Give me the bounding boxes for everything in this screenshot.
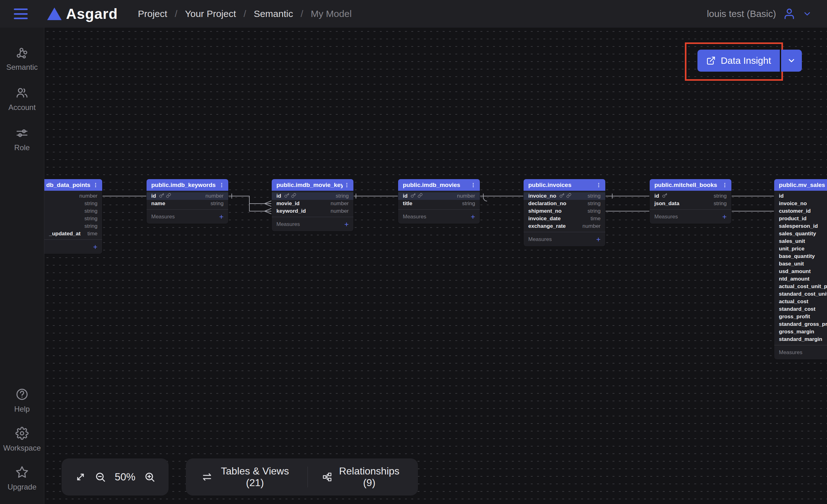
field-name: id xyxy=(654,193,659,199)
table-field-row[interactable]: ntd_amount xyxy=(774,275,827,283)
sidebar-item-help[interactable]: Help xyxy=(0,388,44,413)
table-field-row[interactable]: gross_profit xyxy=(774,313,827,321)
sidebar-item-role[interactable]: Role xyxy=(0,126,44,152)
table-node-menu-icon[interactable] xyxy=(343,181,351,189)
table-field-row[interactable]: json_datastring xyxy=(650,200,731,207)
tables-views-button[interactable]: Tables & Views (21) xyxy=(202,465,293,489)
table-node-db_data_points[interactable]: db_data_pointsnumberstringstringstringst… xyxy=(44,179,102,254)
data-insight-dropdown-button[interactable] xyxy=(781,50,802,72)
field-name: _updated_at xyxy=(49,231,81,237)
table-field-row[interactable]: base_unit xyxy=(774,260,827,268)
table-node-menu-icon[interactable] xyxy=(595,181,603,189)
table-field-row[interactable]: number xyxy=(44,192,102,200)
table-field-row[interactable]: sales_quantity xyxy=(774,230,827,237)
sidebar-item-semantic[interactable]: Semantic xyxy=(0,46,44,72)
table-field-row[interactable]: gross_margin xyxy=(774,328,827,336)
table-node-menu-icon[interactable] xyxy=(92,181,100,189)
table-field-row[interactable]: idstring xyxy=(272,192,353,200)
table-field-row[interactable]: keyword_idnumber xyxy=(272,207,353,215)
table-field-row[interactable]: customer_id xyxy=(774,207,827,215)
table-field-row[interactable]: actual_cost_unit_price xyxy=(774,283,827,290)
sidebar-item-workspace[interactable]: Workspace xyxy=(0,427,44,452)
add-measure-button[interactable]: + xyxy=(93,243,97,251)
table-node-menu-icon[interactable] xyxy=(217,181,226,189)
table-node-public.imdb_movie_keywords[interactable]: public.imdb_movie_keywordsidstringmovie_… xyxy=(272,179,353,231)
zoom-out-icon xyxy=(95,471,106,483)
add-measure-button[interactable]: + xyxy=(219,213,224,221)
table-node-header[interactable]: db_data_points xyxy=(44,179,102,191)
fit-view-button[interactable] xyxy=(75,471,86,483)
model-canvas[interactable]: db_data_pointsnumberstringstringstringst… xyxy=(44,27,827,504)
breadcrumb-item[interactable]: Project xyxy=(138,8,167,19)
table-field-row[interactable]: invoice_datetime xyxy=(524,215,605,222)
table-node-header[interactable]: public.imdb_movie_keywords xyxy=(272,179,353,191)
field-type: number xyxy=(79,193,97,199)
table-field-row[interactable]: standard_gross_profit xyxy=(774,321,827,328)
sidebar-item-upgrade[interactable]: Upgrade xyxy=(0,466,44,492)
field-type: time xyxy=(87,231,97,237)
table-field-row[interactable]: standard_cost_unit_price xyxy=(774,290,827,298)
user-plan-label: louis test (Basic) xyxy=(707,8,776,19)
measures-label: Measures xyxy=(403,214,426,220)
user-menu-chevron-icon[interactable] xyxy=(802,9,812,18)
relationships-button[interactable]: Relationships (9) xyxy=(322,465,401,489)
table-field-row[interactable]: idstring xyxy=(650,192,731,200)
table-field-row[interactable]: actual_cost xyxy=(774,298,827,305)
field-type: string xyxy=(336,193,349,199)
table-field-row[interactable]: _updated_attime xyxy=(44,230,102,237)
table-node-public.invoices[interactable]: public.invoicesinvoice_nostringdeclarati… xyxy=(524,179,605,246)
table-field-row[interactable]: sales_unit xyxy=(774,237,827,245)
sidebar-item-account[interactable]: Account xyxy=(0,86,44,112)
table-field-row[interactable]: base_quantity xyxy=(774,253,827,260)
field-type: number xyxy=(331,208,349,214)
primary-key-icon xyxy=(411,193,416,200)
table-field-row[interactable]: declaration_nostring xyxy=(524,200,605,207)
table-node-header[interactable]: public.imdb_keywords xyxy=(147,179,228,191)
breadcrumb-item[interactable]: Your Project xyxy=(185,8,236,19)
table-field-row[interactable]: exchange_ratenumber xyxy=(524,222,605,230)
table-field-row[interactable]: invoice_no xyxy=(774,200,827,207)
table-field-row[interactable]: string xyxy=(44,215,102,222)
field-name: standard_margin xyxy=(779,336,822,342)
add-measure-button[interactable]: + xyxy=(471,213,475,221)
zoom-out-button[interactable] xyxy=(95,471,106,483)
table-node-public.imdb_keywords[interactable]: public.imdb_keywordsidnumbernamestringMe… xyxy=(147,179,228,224)
table-field-row[interactable]: idnumber xyxy=(147,192,228,200)
table-field-row[interactable]: product_id xyxy=(774,215,827,222)
data-insight-button[interactable]: Data Insight xyxy=(697,50,780,72)
table-node-menu-icon[interactable] xyxy=(721,181,729,189)
table-field-row[interactable]: idnumber xyxy=(398,192,480,200)
table-field-row[interactable]: unit_price xyxy=(774,245,827,253)
field-name: invoice_date xyxy=(528,216,561,222)
table-node-menu-icon[interactable] xyxy=(469,181,477,189)
table-field-row[interactable]: salesperson_id xyxy=(774,222,827,230)
table-field-row[interactable]: standard_cost xyxy=(774,305,827,313)
table-node-public.mitchell_books[interactable]: public.mitchell_booksidstringjson_datast… xyxy=(650,179,731,224)
breadcrumb: Project/Your Project/Semantic/My Model xyxy=(138,8,351,19)
add-measure-button[interactable]: + xyxy=(722,213,727,221)
table-field-row[interactable]: usd_amount xyxy=(774,268,827,275)
table-field-row[interactable]: invoice_nostring xyxy=(524,192,605,200)
measures-label: Measures xyxy=(277,221,300,227)
add-measure-button[interactable]: + xyxy=(344,221,349,228)
table-field-row[interactable]: string xyxy=(44,200,102,207)
table-node-header[interactable]: public.mv_sales xyxy=(774,179,827,191)
user-avatar-icon[interactable] xyxy=(783,7,795,20)
table-node-header[interactable]: public.imdb_movies xyxy=(398,179,480,191)
table-node-public.mv_sales[interactable]: public.mv_salesidinvoice_nocustomer_idpr… xyxy=(774,179,827,359)
table-node-public.imdb_movies[interactable]: public.imdb_moviesidnumbertitlestringMea… xyxy=(398,179,480,224)
add-measure-button[interactable]: + xyxy=(596,236,600,243)
table-node-header[interactable]: public.mitchell_books xyxy=(650,179,731,191)
table-field-row[interactable]: standard_margin xyxy=(774,336,827,343)
table-field-row[interactable]: id xyxy=(774,192,827,200)
breadcrumb-item[interactable]: Semantic xyxy=(254,8,293,19)
table-node-header[interactable]: public.invoices xyxy=(524,179,605,191)
hamburger-menu-icon[interactable] xyxy=(14,8,28,19)
table-field-row[interactable]: movie_idnumber xyxy=(272,200,353,207)
table-field-row[interactable]: titlestring xyxy=(398,200,480,207)
zoom-in-button[interactable] xyxy=(144,471,155,483)
table-field-row[interactable]: namestring xyxy=(147,200,228,207)
table-field-row[interactable]: string xyxy=(44,207,102,215)
table-field-row[interactable]: string xyxy=(44,222,102,230)
table-field-row[interactable]: shipment_nostring xyxy=(524,207,605,215)
